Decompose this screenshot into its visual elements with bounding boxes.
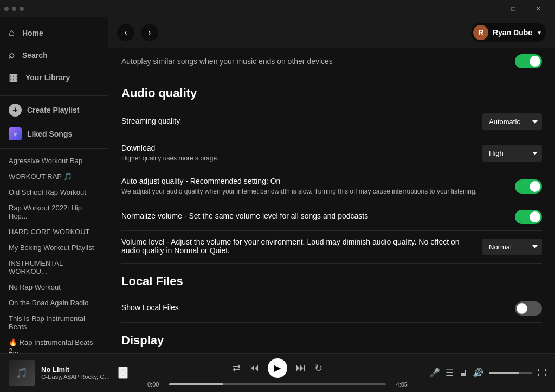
- library-item-label: WORKOUT RAP 🎵: [9, 172, 72, 181]
- user-name-label: Ryan Dube: [493, 28, 532, 37]
- download-quality-label: Download: [121, 144, 474, 152]
- library-icon: ▦: [9, 72, 18, 83]
- titlebar-dot-1: [4, 7, 9, 11]
- autoplay-toggle-track: [515, 54, 542, 68]
- normalize-volume-toggle-track: [515, 210, 542, 224]
- progress-fill: [169, 383, 223, 385]
- list-item[interactable]: Rap Workout 2022: Hip Hop...: [0, 200, 108, 224]
- sidebar-divider-2: [0, 148, 108, 149]
- download-quality-select[interactable]: Low Normal High Very High: [482, 145, 542, 162]
- content-area: ‹ › R Ryan Dube ▼ Autoplay similar songs…: [108, 17, 555, 353]
- streaming-quality-label: Streaming quality: [121, 117, 474, 125]
- streaming-quality-select[interactable]: Automatic Low Normal High Very High: [482, 113, 542, 130]
- play-button[interactable]: ▶: [268, 358, 287, 378]
- audio-quality-title: Audio quality: [121, 86, 542, 100]
- player-track: 🎵 No Limit G-Easy, A$AP Rocky, Cardi B ♡: [9, 360, 128, 386]
- sidebar-create-playlist[interactable]: + Create Playlist: [0, 98, 108, 122]
- list-item[interactable]: WORKOUT RAP 🎵: [0, 169, 108, 184]
- library-item-label: HARD CORE WORKOUT: [9, 228, 90, 236]
- topbar: ‹ › R Ryan Dube ▼: [108, 17, 555, 48]
- sidebar-search-label: Search: [22, 51, 48, 60]
- library-item-label: Agressive Workout Rap: [9, 157, 82, 165]
- normalize-volume-label: Normalize volume - Set the same volume l…: [121, 211, 506, 220]
- next-button[interactable]: ⏭: [296, 362, 306, 374]
- volume-level-row: Volume level - Adjust the volume for you…: [121, 231, 542, 264]
- close-button[interactable]: ✕: [526, 0, 551, 17]
- volume-bar[interactable]: [489, 372, 532, 374]
- user-menu-button[interactable]: R Ryan Dube ▼: [471, 23, 546, 42]
- search-icon: ⌕: [9, 49, 15, 61]
- player-buttons: ⇄ ⏮ ▶ ⏭ ↻: [233, 358, 322, 378]
- titlebar-dot-2: [12, 7, 16, 11]
- library-item-label: 🔥 Rap Instrumental Beats 2...: [9, 338, 100, 353]
- home-icon: ⌂: [9, 27, 15, 38]
- player-progress: 0:00 4:05: [147, 381, 408, 388]
- main-layout: ⌂ Home ⌕ Search ▦ Your Library + Create …: [0, 17, 555, 353]
- download-quality-desc: Higher quality uses more storage.: [121, 154, 474, 163]
- list-item[interactable]: On the Road Again Radio: [0, 295, 108, 311]
- auto-adjust-desc: We adjust your audio quality when your i…: [121, 187, 506, 196]
- like-button[interactable]: ♡: [118, 367, 128, 379]
- progress-total: 4:05: [390, 381, 408, 388]
- maximize-button[interactable]: □: [501, 0, 526, 17]
- sidebar-item-library[interactable]: ▦ Your Library: [0, 66, 108, 89]
- volume-level-label: Volume level - Adjust the volume for you…: [121, 237, 474, 255]
- show-local-files-row: Show Local Files: [121, 295, 542, 323]
- queue-button[interactable]: ☰: [446, 368, 453, 378]
- devices-button[interactable]: 🖥: [459, 368, 467, 378]
- sidebar-liked-songs[interactable]: ♥ Liked Songs: [0, 122, 108, 146]
- sidebar-library-list: Agressive Workout Rap WORKOUT RAP 🎵 Old …: [0, 151, 108, 353]
- minimize-button[interactable]: —: [476, 0, 501, 17]
- show-local-files-toggle[interactable]: [515, 301, 542, 316]
- titlebar-dots: [4, 7, 24, 11]
- progress-current: 0:00: [147, 381, 165, 388]
- sidebar-library-label: Your Library: [25, 73, 70, 82]
- create-playlist-icon: +: [9, 104, 22, 117]
- lyrics-button[interactable]: 🎤: [429, 368, 440, 378]
- titlebar-controls: — □ ✕: [476, 0, 551, 17]
- auto-adjust-toggle[interactable]: [515, 179, 542, 194]
- show-local-files-label: Show Local Files: [121, 303, 506, 312]
- library-item-label: Rap Workout 2022: Hip Hop...: [9, 204, 100, 220]
- autoplay-row: Autoplay similar songs when your music e…: [121, 48, 542, 75]
- normalize-volume-toggle[interactable]: [515, 210, 542, 224]
- download-quality-text: Download Higher quality uses more storag…: [121, 144, 482, 163]
- repeat-button[interactable]: ↻: [314, 362, 322, 374]
- avatar: R: [473, 25, 488, 40]
- volume-level-select[interactable]: Quiet Normal Loud: [482, 239, 542, 255]
- back-button[interactable]: ‹: [117, 24, 134, 41]
- album-art-placeholder: 🎵: [9, 360, 35, 386]
- sidebar: ⌂ Home ⌕ Search ▦ Your Library + Create …: [0, 17, 108, 353]
- list-item[interactable]: This Is Rap Instrumental Beats: [0, 311, 108, 335]
- sidebar-item-search[interactable]: ⌕ Search: [0, 44, 108, 66]
- progress-bar[interactable]: [169, 383, 386, 385]
- show-local-files-toggle-track: [515, 301, 542, 316]
- shuffle-button[interactable]: ⇄: [233, 362, 241, 374]
- list-item[interactable]: My Boxing Workout Playlist: [0, 240, 108, 255]
- auto-adjust-label: Auto adjust quality - Recommended settin…: [121, 177, 506, 185]
- autoplay-label: Autoplay similar songs when your music e…: [121, 57, 333, 66]
- list-item[interactable]: INSTRUMENTAL WORKOU...: [0, 255, 108, 279]
- normalize-volume-row: Normalize volume - Set the same volume l…: [121, 203, 542, 231]
- list-item[interactable]: HARD CORE WORKOUT: [0, 224, 108, 240]
- fullscreen-button[interactable]: ⛶: [538, 368, 546, 378]
- list-item[interactable]: No Rap Workout: [0, 279, 108, 295]
- chevron-down-icon: ▼: [537, 30, 542, 36]
- list-item[interactable]: 🔥 Rap Instrumental Beats 2...: [0, 335, 108, 353]
- sidebar-item-home[interactable]: ⌂ Home: [0, 22, 108, 44]
- track-artist: G-Easy, A$AP Rocky, Cardi B: [41, 374, 112, 380]
- previous-button[interactable]: ⏮: [249, 362, 259, 374]
- library-item-label: INSTRUMENTAL WORKOU...: [9, 259, 100, 275]
- list-item[interactable]: Old School Rap Workout: [0, 184, 108, 200]
- normalize-volume-toggle-knob: [530, 211, 540, 222]
- volume-icon[interactable]: 🔊: [473, 368, 483, 378]
- forward-button[interactable]: ›: [141, 24, 158, 41]
- autoplay-toggle[interactable]: [515, 54, 542, 68]
- list-item[interactable]: Agressive Workout Rap: [0, 153, 108, 169]
- display-title: Display: [121, 333, 542, 348]
- show-local-files-toggle-knob: [517, 303, 527, 314]
- player-extras: 🎤 ☰ 🖥 🔊 ⛶: [427, 368, 546, 378]
- autoplay-toggle-knob: [530, 56, 540, 67]
- auto-adjust-toggle-knob: [530, 181, 540, 192]
- liked-songs-icon: ♥: [9, 127, 22, 140]
